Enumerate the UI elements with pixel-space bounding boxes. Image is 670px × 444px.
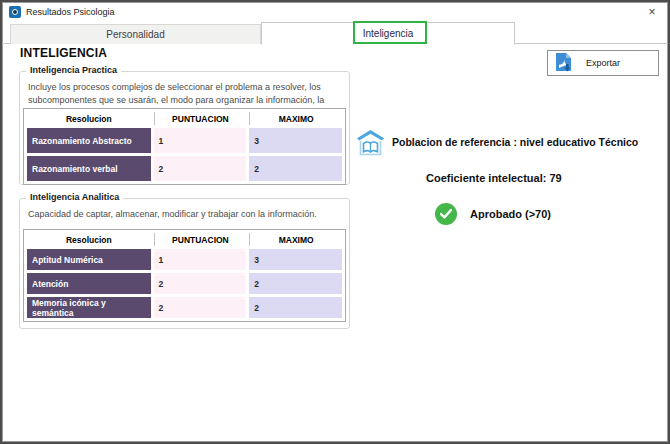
approved-label: Aprobado (>70) (470, 208, 551, 220)
group-legend: Inteligencia Practica (26, 65, 121, 75)
row-label: Memoria icónica y semántica (27, 297, 151, 318)
row-max: 3 (249, 128, 342, 153)
app-window: Resultados Psicologia × Personalidad Int… (0, 0, 670, 444)
close-icon[interactable]: × (645, 6, 659, 19)
row-max: 3 (249, 249, 342, 270)
row-score: 2 (154, 273, 247, 294)
practica-table: Resolucion PUNTUACION MAXIMO Razonamient… (23, 108, 346, 185)
col-header-resolucion: Resolucion (27, 112, 151, 125)
col-header-maximo: MAXIMO (249, 112, 342, 125)
titlebar: Resultados Psicologia (2, 3, 668, 21)
export-button-label: Exportar (586, 58, 620, 68)
window-title: Resultados Psicologia (26, 7, 115, 17)
row-label: Razonamiento verbal (27, 156, 151, 181)
table-row[interactable]: Memoria icónica y semántica 2 2 (27, 297, 342, 318)
col-header-puntuacion: PUNTUACION (154, 112, 247, 125)
iq-result-text: Coeficiente intelectual: 79 (426, 172, 562, 184)
page-title: INTELIGENCIA (20, 46, 107, 60)
group-inteligencia-analitica: Inteligencia Analitica Capacidad de capt… (19, 198, 350, 329)
pdf-export-icon (555, 53, 572, 73)
tab-personalidad[interactable]: Personalidad (10, 24, 261, 44)
highlight-annotation (353, 21, 427, 44)
table-row[interactable]: Razonamiento Abstracto 1 3 (27, 128, 342, 153)
col-header-puntuacion: PUNTUACION (154, 233, 247, 246)
row-score: 2 (154, 297, 247, 318)
row-score: 1 (154, 249, 247, 270)
tab-strip: Personalidad Inteligencia (2, 21, 668, 44)
app-icon (9, 6, 21, 18)
analitica-table: Resolucion PUNTUACION MAXIMO Aptitud Num… (23, 229, 346, 322)
group-legend: Inteligencia Analitica (26, 192, 123, 202)
row-max: 2 (249, 156, 342, 181)
table-row[interactable]: Aptitud Numérica 1 3 (27, 249, 342, 270)
row-max: 2 (249, 273, 342, 294)
school-book-icon (355, 129, 386, 161)
row-label: Atención (27, 273, 151, 294)
group-description: Capacidad de captar, almacenar, modifica… (28, 208, 343, 221)
table-row[interactable]: Razonamiento verbal 2 2 (27, 156, 342, 181)
row-score: 1 (154, 128, 247, 153)
row-max: 2 (249, 297, 342, 318)
row-label: Razonamiento Abstracto (27, 128, 151, 153)
row-score: 2 (154, 156, 247, 181)
table-header-row: Resolucion PUNTUACION MAXIMO (27, 112, 342, 125)
population-reference-text: Poblacion de referencia : nivel educativ… (392, 136, 638, 148)
col-header-resolucion: Resolucion (27, 233, 151, 246)
export-button[interactable]: Exportar (547, 50, 659, 76)
group-inteligencia-practica: Inteligencia Practica Incluye los proces… (19, 71, 350, 185)
col-header-maximo: MAXIMO (249, 233, 342, 246)
table-row[interactable]: Atención 2 2 (27, 273, 342, 294)
approved-status: Aprobado (>70) (435, 203, 551, 225)
row-label: Aptitud Numérica (27, 249, 151, 270)
check-icon (435, 203, 457, 225)
table-header-row: Resolucion PUNTUACION MAXIMO (27, 233, 342, 246)
